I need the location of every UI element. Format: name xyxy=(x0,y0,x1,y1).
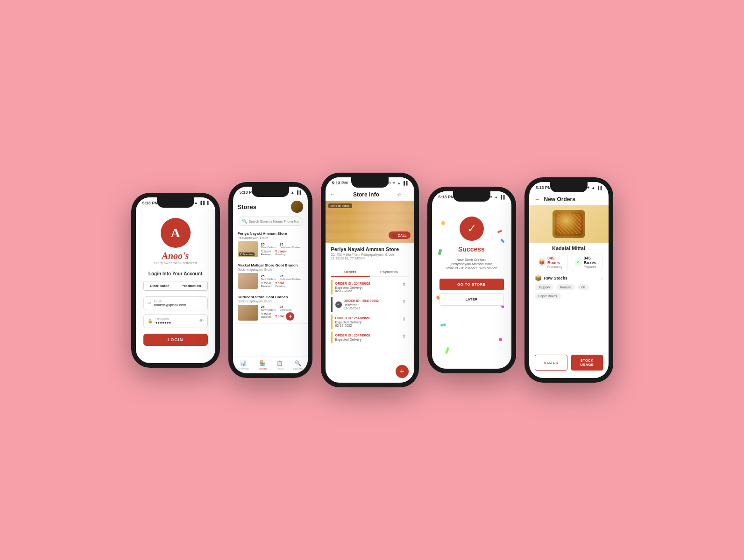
phone-success: 5:13 PM ⊙ ✦ ▲ ▐▐ ✓ Suc xyxy=(427,187,516,373)
tab-bar: Orders Payments xyxy=(331,267,409,277)
brand-tagline: every sweetness renewed xyxy=(154,261,197,265)
store-thumb-3 xyxy=(238,305,258,321)
new-orders-title: New Orders xyxy=(544,196,575,203)
login-screen: 5:13 PM ⊙ ✦ ▲ ▐▐ ▐ A Anoo's every sweetn… xyxy=(136,197,215,363)
lock-icon: 🔒 xyxy=(148,319,153,323)
status-button[interactable]: STATUS xyxy=(535,355,567,371)
login-button[interactable]: LOGIN xyxy=(143,334,208,346)
wifi-icon: ▲ xyxy=(194,201,198,205)
email-input-group: ✉ Email ananth@gmail.com xyxy=(143,296,208,310)
nav-explore[interactable]: 🔍 Explore xyxy=(293,360,303,370)
prepared-count: 345 Boxes xyxy=(584,256,599,265)
phone-store-info: 5:13 PM ⊙ ✦ ▲ ▐▐ ← Store Info ☆ ⋮ xyxy=(321,173,419,387)
toggle-group: Distributor Production xyxy=(143,281,208,291)
store-name-3: Kurunchi Store Gobi Branch xyxy=(238,295,303,299)
prepared-icon: ✓ xyxy=(575,258,581,266)
confetti-8 xyxy=(499,338,502,341)
share-icon-1[interactable]: ⬆ xyxy=(402,282,406,287)
order-item-3[interactable]: ORDER ID : 254789652 Expected Delivery :… xyxy=(331,315,409,329)
search-input[interactable] xyxy=(249,220,299,223)
ingredient-kadalai[interactable]: Kadalai xyxy=(556,284,574,290)
notch-3 xyxy=(351,177,389,188)
confetti-7 xyxy=(440,323,446,327)
store-thumb-2 xyxy=(238,273,258,289)
ingredient-paper-boxes[interactable]: Paper Boxes xyxy=(535,293,561,299)
back-button[interactable]: ← xyxy=(330,191,336,198)
login-title: Login Into Your Account xyxy=(149,271,202,276)
nav-analytics[interactable]: 📊 Analytics xyxy=(238,360,249,370)
store-card-3[interactable]: Kurunchi Store Gobi Branch Gobichettipal… xyxy=(233,292,308,324)
order-list: ORDER ID : 254789652 Expected Delivery :… xyxy=(326,277,414,349)
store-info-header: ← Store Info ☆ ⋮ xyxy=(326,189,414,201)
raw-stocks-label: 📦 Raw Stocks xyxy=(535,275,568,281)
call-button[interactable]: 📞 CALL xyxy=(389,231,411,239)
search-bar[interactable]: 🔍 xyxy=(238,217,303,226)
phone-stores: 5:13 PM ⊙ ✦ ▲ ▐▐ Stores 🔍 Per xyxy=(228,182,312,378)
email-field: Email ananth@gmail.com xyxy=(154,300,186,307)
store-detail-address: 25/ 456 Mettu Theru Palayapalayam, Erode xyxy=(331,253,409,256)
action-buttons: STATUS STOCK USAGE xyxy=(529,355,609,371)
toggle-production[interactable]: Production xyxy=(176,281,207,290)
search-icon: 🔍 xyxy=(242,219,247,224)
store-name-1: Periya Nayaki Amman Store xyxy=(238,231,303,236)
order-item-2[interactable]: ✓ ORDER ID : 254789652 Delivered : 02-12… xyxy=(331,297,409,312)
later-button[interactable]: LATER xyxy=(439,293,504,306)
prepared-label: Prepared xyxy=(584,265,599,268)
go-to-store-button[interactable]: GO TO STORE xyxy=(439,279,504,290)
email-value[interactable]: ananth@gmail.com xyxy=(154,303,186,307)
chevron-right-icon[interactable]: › xyxy=(601,276,602,281)
share-icon-4[interactable]: ⬆ xyxy=(402,334,406,339)
store-location-1: Palayapalayam, Erode xyxy=(238,236,303,239)
logo-letter: A xyxy=(170,225,180,240)
password-field: Password ●●●●●●● xyxy=(156,317,196,325)
success-title: Success xyxy=(458,245,485,253)
stock-usage-button[interactable]: STOCK USAGE xyxy=(571,355,603,371)
add-store-fab[interactable]: + xyxy=(286,312,294,321)
store-row-2: 25New Orders 25Delivered Orders ₹ 25547R… xyxy=(238,273,303,289)
new-orders-header: ← New Orders xyxy=(529,193,609,205)
success-check: ✓ xyxy=(460,217,484,241)
notch-4 xyxy=(453,191,490,202)
tab-orders[interactable]: Orders xyxy=(331,267,370,277)
star-icon[interactable]: ☆ xyxy=(397,192,402,198)
ingredient-oil[interactable]: Oil xyxy=(578,284,589,290)
password-value[interactable]: ●●●●●●● xyxy=(156,321,196,325)
store-thumb-1: 43 Branches xyxy=(238,241,258,257)
raw-stocks-header: 📦 Raw Stocks › xyxy=(535,275,603,281)
order-item-4[interactable]: ORDER ID : 254789652 Expected Delivery ⬆ xyxy=(331,332,409,343)
password-input-group: 🔒 Password ●●●●●●● 👁 xyxy=(143,314,208,328)
analytics-icon: 📊 xyxy=(240,360,247,366)
email-label: Email xyxy=(154,300,186,303)
box-icon: 📦 xyxy=(535,275,542,281)
nav-stores[interactable]: 🏪 Stores xyxy=(259,360,267,370)
tab-payments[interactable]: Payments xyxy=(370,267,409,276)
ingredient-jaggery[interactable]: Jaggery xyxy=(535,284,554,290)
confetti-9 xyxy=(445,347,449,354)
explore-icon: 🔍 xyxy=(295,360,301,366)
order-item-1[interactable]: ORDER ID : 254789652 Expected Delivery :… xyxy=(331,280,409,294)
signal-icon-4: ▐▐ xyxy=(499,195,504,199)
signal-icon: ▐▐ xyxy=(199,201,204,205)
order-add-fab[interactable]: + xyxy=(396,365,409,378)
eye-icon[interactable]: 👁 xyxy=(199,318,204,323)
more-icon[interactable]: ⋮ xyxy=(404,192,410,198)
logo-circle: A xyxy=(161,218,191,248)
status-time-3: 5:13 PM xyxy=(332,181,348,185)
wifi-icon-2: ▲ xyxy=(291,190,294,195)
store-card-2[interactable]: Makkal Maligai Store Gobi Branch Gobiche… xyxy=(233,260,308,292)
nav-tasks[interactable]: 📋 Tasks xyxy=(276,360,283,370)
store-card-1[interactable]: Periya Nayaki Amman Store Palayapalayam,… xyxy=(233,229,308,260)
toggle-distributor[interactable]: Distributor xyxy=(144,281,176,290)
signal-icon-3: ▐▐ xyxy=(402,181,407,185)
wifi-icon-4: ▲ xyxy=(494,195,498,199)
share-icon-3[interactable]: ⬆ xyxy=(402,316,406,322)
notch xyxy=(157,197,194,208)
status-time-5: 5:13 PM xyxy=(536,185,552,190)
status-time-4: 5:13 PM xyxy=(439,195,454,199)
share-icon-2[interactable]: ⬆ xyxy=(402,299,406,304)
back-button-5[interactable]: ← xyxy=(535,196,540,203)
avatar-img xyxy=(291,201,303,213)
product-name: Kadalai Mittai xyxy=(529,243,609,253)
login-content: A Anoo's every sweetness renewed Login I… xyxy=(136,209,215,353)
signal-icon-5: ▐▐ xyxy=(596,186,602,190)
